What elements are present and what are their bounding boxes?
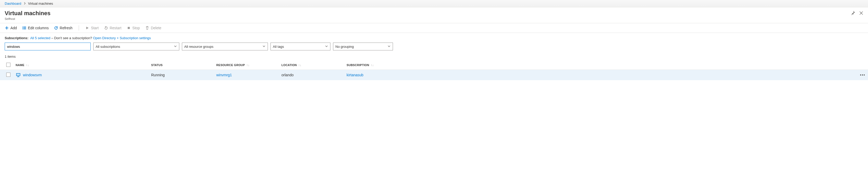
stop-icon xyxy=(127,26,131,30)
edit-columns-button[interactable]: Edit columns xyxy=(22,26,49,30)
delete-label: Delete xyxy=(151,26,161,30)
refresh-label: Refresh xyxy=(60,26,72,30)
chevron-right-icon xyxy=(24,2,26,5)
add-label: Add xyxy=(10,26,17,30)
columns-icon xyxy=(22,26,26,30)
column-header-subscription[interactable]: Subscription ↑↓ xyxy=(344,60,852,70)
sort-icon: ↑↓ xyxy=(247,64,250,67)
row-checkbox[interactable] xyxy=(6,73,10,77)
sort-icon: ↑↓ xyxy=(371,64,374,67)
svg-rect-9 xyxy=(18,76,19,77)
vm-status: Running xyxy=(149,70,214,80)
tags-filter-label: All tags xyxy=(273,45,284,49)
svg-rect-1 xyxy=(24,27,26,27)
page-subtitle: Selfhost xyxy=(5,17,51,20)
svg-rect-4 xyxy=(23,29,23,29)
chevron-down-icon xyxy=(325,45,328,49)
grouping-filter[interactable]: No grouping xyxy=(333,43,393,50)
subscriptions-filter[interactable]: All subscriptions xyxy=(93,43,179,50)
start-button[interactable]: Start xyxy=(85,26,99,30)
refresh-button[interactable]: Refresh xyxy=(54,26,72,30)
breadcrumb: Dashboard Virtual machines xyxy=(0,0,868,7)
vm-name-link[interactable]: windowsvm xyxy=(23,73,42,77)
column-status-label: Status xyxy=(151,64,163,67)
column-header-name[interactable]: Name ↑↓ xyxy=(13,60,149,70)
items-count: 1 items xyxy=(0,53,868,60)
subscriptions-info: Subscriptions: All 5 selected – Don't se… xyxy=(0,33,868,43)
vm-table: Name ↑↓ Status Resource group ↑↓ Locatio… xyxy=(0,60,868,80)
select-all-checkbox[interactable] xyxy=(6,63,10,67)
refresh-icon xyxy=(54,26,58,30)
svg-rect-3 xyxy=(24,28,26,28)
restart-icon xyxy=(104,26,108,30)
column-subscription-label: Subscription xyxy=(347,64,369,67)
restart-button[interactable]: Restart xyxy=(104,26,121,30)
resource-group-filter[interactable]: All resource groups xyxy=(182,43,268,50)
subscriptions-hint-text: – Don't see a subscription? xyxy=(51,36,93,40)
search-input[interactable] xyxy=(5,43,91,50)
breadcrumb-current: Virtual machines xyxy=(28,2,53,5)
edit-columns-label: Edit columns xyxy=(28,26,49,30)
column-rg-label: Resource group xyxy=(216,64,245,67)
restart-label: Restart xyxy=(110,26,121,30)
stop-label: Stop xyxy=(132,26,140,30)
vm-location: orlando xyxy=(279,70,344,80)
chevron-down-icon xyxy=(262,45,266,49)
open-directory-link[interactable]: Open Directory + Subscription settings xyxy=(93,36,151,40)
command-bar: Add Edit columns Refresh Start Restart S… xyxy=(0,23,868,33)
table-row[interactable]: windowsvm Running winvmrg1 orlando kirta… xyxy=(0,70,868,80)
column-name-label: Name xyxy=(16,64,25,67)
column-header-status[interactable]: Status xyxy=(149,60,214,70)
start-label: Start xyxy=(91,26,99,30)
stop-button[interactable]: Stop xyxy=(127,26,140,30)
svg-rect-0 xyxy=(23,27,23,27)
subscriptions-selected-link[interactable]: All 5 selected xyxy=(30,36,50,40)
grouping-filter-label: No grouping xyxy=(335,45,354,49)
svg-rect-2 xyxy=(23,28,23,28)
pin-icon[interactable] xyxy=(851,11,855,15)
page-title: Virtual machines xyxy=(5,10,51,17)
resource-group-link[interactable]: winvmrg1 xyxy=(216,73,232,77)
play-icon xyxy=(85,26,89,30)
column-header-location[interactable]: Location ↑↓ xyxy=(279,60,344,70)
plus-icon xyxy=(5,26,9,30)
breadcrumb-root-link[interactable]: Dashboard xyxy=(5,2,21,5)
add-button[interactable]: Add xyxy=(5,26,17,30)
subscriptions-filter-label: All subscriptions xyxy=(96,45,120,49)
chevron-down-icon xyxy=(174,45,177,49)
svg-rect-10 xyxy=(17,77,20,77)
vm-icon xyxy=(16,72,21,78)
subscription-link[interactable]: kirtanasub xyxy=(347,73,364,77)
delete-button[interactable]: Delete xyxy=(145,26,161,30)
sort-icon: ↑↓ xyxy=(298,64,302,67)
resource-group-filter-label: All resource groups xyxy=(184,45,213,49)
trash-icon xyxy=(145,26,149,30)
svg-rect-8 xyxy=(17,74,20,75)
svg-rect-6 xyxy=(128,27,130,29)
column-location-label: Location xyxy=(281,64,297,67)
column-header-resource-group[interactable]: Resource group ↑↓ xyxy=(214,60,279,70)
row-more-button[interactable]: ••• xyxy=(852,70,868,80)
chevron-down-icon xyxy=(388,45,391,49)
subscriptions-label: Subscriptions: xyxy=(5,36,28,40)
filter-row: All subscriptions All resource groups Al… xyxy=(0,43,868,53)
tags-filter[interactable]: All tags xyxy=(271,43,331,50)
svg-rect-5 xyxy=(24,29,26,29)
sort-icon: ↑↓ xyxy=(26,64,29,67)
blade-header: Virtual machines Selfhost xyxy=(0,7,868,23)
close-icon[interactable] xyxy=(859,11,863,15)
